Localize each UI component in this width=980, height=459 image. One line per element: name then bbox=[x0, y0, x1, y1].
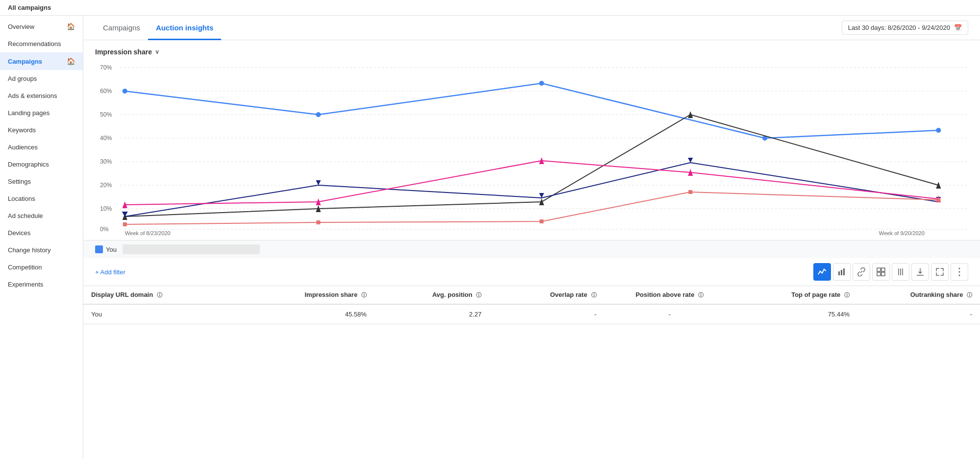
sidebar-item-label-experiments: Experiments bbox=[8, 281, 75, 288]
help-icon-position-above-rate[interactable]: ⓘ bbox=[698, 292, 704, 298]
chevron-down-icon: ∨ bbox=[155, 48, 159, 55]
sidebar-item-experiments[interactable]: Experiments bbox=[0, 276, 83, 293]
sidebar-item-devices[interactable]: Devices bbox=[0, 224, 83, 242]
sidebar-item-label-demographics: Demographics bbox=[8, 161, 75, 168]
cell-avg-position: 2.27 bbox=[375, 304, 489, 324]
main-content: CampaignsAuction insights Last 30 days: … bbox=[83, 16, 980, 459]
link-icon bbox=[857, 267, 866, 276]
impression-share-dropdown[interactable]: Impression share ∨ bbox=[95, 48, 968, 56]
sidebar-item-label-locations: Locations bbox=[8, 195, 75, 202]
expand-icon bbox=[877, 267, 885, 276]
data-table: Display URL domain ⓘ Impression share ⓘ … bbox=[83, 286, 980, 324]
svg-rect-38 bbox=[123, 222, 127, 226]
fullscreen-button[interactable] bbox=[931, 263, 949, 281]
svg-rect-51 bbox=[877, 272, 880, 276]
legend-item-you: You bbox=[95, 245, 117, 253]
download-icon bbox=[916, 267, 925, 276]
svg-rect-50 bbox=[881, 268, 885, 271]
col-header-avg-position: Avg. position ⓘ bbox=[375, 286, 489, 304]
col-header-overlap-rate: Overlap rate ⓘ bbox=[489, 286, 604, 304]
sidebar-item-settings[interactable]: Settings bbox=[0, 173, 83, 190]
sidebar-item-locations[interactable]: Locations bbox=[0, 190, 83, 207]
link-button[interactable] bbox=[853, 263, 870, 281]
svg-rect-40 bbox=[540, 219, 544, 223]
svg-text:Week of 9/20/2020: Week of 9/20/2020 bbox=[879, 230, 925, 236]
help-icon-overlap-rate[interactable]: ⓘ bbox=[591, 292, 597, 298]
sidebar: Overview🏠RecommendationsCampaigns🏠Ad gro… bbox=[0, 16, 83, 459]
legend-row: You bbox=[83, 240, 980, 258]
sidebar-item-overview[interactable]: Overview🏠 bbox=[0, 18, 83, 35]
sidebar-item-keywords[interactable]: Keywords bbox=[0, 121, 83, 139]
add-filter-label: + Add filter bbox=[95, 268, 126, 276]
add-filter-button[interactable]: + Add filter bbox=[95, 268, 126, 276]
more-options-button[interactable] bbox=[951, 263, 968, 281]
sidebar-item-change-history[interactable]: Change history bbox=[0, 242, 83, 259]
chart-svg: 70% 60% 50% 40% 30% 20% 10% 0% bbox=[95, 60, 968, 236]
help-icon-outranking-share[interactable]: ⓘ bbox=[967, 292, 972, 298]
bar-chart-button[interactable] bbox=[833, 263, 851, 281]
sidebar-item-label-change-history: Change history bbox=[8, 246, 75, 254]
help-icon-avg-position[interactable]: ⓘ bbox=[476, 292, 481, 298]
cell-position-above-rate: - bbox=[604, 304, 735, 324]
svg-rect-39 bbox=[316, 220, 320, 224]
col-header-impression-share: Impression share ⓘ bbox=[252, 286, 375, 304]
sidebar-item-label-overview: Overview bbox=[8, 23, 64, 30]
sidebar-item-label-recommendations: Recommendations bbox=[8, 40, 75, 48]
svg-rect-48 bbox=[843, 268, 845, 275]
col-header-outranking-share: Outranking share ⓘ bbox=[857, 286, 980, 304]
sidebar-home-icon-overview: 🏠 bbox=[67, 23, 75, 30]
sidebar-item-label-ads-extensions: Ads & extensions bbox=[8, 92, 75, 99]
sidebar-item-ad-groups[interactable]: Ad groups bbox=[0, 70, 83, 87]
line-chart-icon bbox=[818, 267, 827, 276]
date-range-label: Last 30 days: 8/26/2020 - 9/24/2020 bbox=[848, 24, 950, 31]
tab-auction-insights[interactable]: Auction insights bbox=[148, 16, 222, 40]
sidebar-item-label-audiences: Audiences bbox=[8, 144, 75, 151]
svg-point-20 bbox=[539, 81, 544, 86]
toolbar-right bbox=[813, 263, 968, 281]
chart-wrapper: 70% 60% 50% 40% 30% 20% 10% 0% bbox=[95, 60, 968, 236]
calendar-icon: 📅 bbox=[954, 24, 962, 31]
svg-marker-29 bbox=[316, 180, 321, 185]
columns-button[interactable] bbox=[892, 263, 909, 281]
sidebar-item-ad-schedule[interactable]: Ad schedule bbox=[0, 207, 83, 224]
sidebar-item-label-settings: Settings bbox=[8, 178, 75, 185]
sidebar-home-icon-campaigns: 🏠 bbox=[67, 57, 75, 65]
svg-text:0%: 0% bbox=[100, 226, 109, 233]
sidebar-item-campaigns[interactable]: Campaigns🏠 bbox=[0, 52, 83, 70]
legend-text-placeholder bbox=[123, 244, 260, 254]
svg-rect-42 bbox=[936, 198, 940, 202]
all-campaigns-title: All campaigns bbox=[8, 4, 51, 11]
help-icon-display-url[interactable]: ⓘ bbox=[157, 292, 162, 298]
svg-rect-52 bbox=[881, 272, 885, 276]
download-button[interactable] bbox=[911, 263, 929, 281]
svg-text:40%: 40% bbox=[100, 135, 112, 142]
sidebar-item-label-campaigns: Campaigns bbox=[8, 58, 64, 65]
tab-campaigns[interactable]: Campaigns bbox=[95, 16, 148, 40]
svg-text:20%: 20% bbox=[100, 182, 112, 189]
svg-text:10%: 10% bbox=[100, 205, 112, 212]
svg-point-57 bbox=[959, 268, 960, 269]
sidebar-item-label-ad-groups: Ad groups bbox=[8, 75, 75, 82]
svg-rect-47 bbox=[841, 270, 842, 275]
sidebar-item-demographics[interactable]: Demographics bbox=[0, 156, 83, 173]
sidebar-item-label-competition: Competition bbox=[8, 264, 75, 271]
cell-top-of-page-rate: 75.44% bbox=[735, 304, 857, 324]
legend-label-you: You bbox=[106, 246, 117, 253]
sidebar-item-landing-pages[interactable]: Landing pages bbox=[0, 104, 83, 121]
date-picker[interactable]: Last 30 days: 8/26/2020 - 9/24/2020 📅 bbox=[842, 21, 968, 35]
line-chart-button[interactable] bbox=[813, 263, 831, 281]
sidebar-item-label-ad-schedule: Ad schedule bbox=[8, 212, 75, 219]
svg-point-22 bbox=[936, 128, 941, 133]
col-header-top-of-page-rate: Top of page rate ⓘ bbox=[735, 286, 857, 304]
sidebar-item-competition[interactable]: Competition bbox=[0, 259, 83, 276]
cell-display-url: You bbox=[83, 304, 252, 324]
expand-button[interactable] bbox=[872, 263, 890, 281]
help-icon-top-of-page-rate[interactable]: ⓘ bbox=[844, 292, 850, 298]
help-icon-impression-share[interactable]: ⓘ bbox=[361, 292, 367, 298]
sidebar-item-ads-extensions[interactable]: Ads & extensions bbox=[0, 87, 83, 104]
cell-overlap-rate: - bbox=[489, 304, 604, 324]
legend-color-you bbox=[95, 245, 103, 253]
col-header-display-url: Display URL domain ⓘ bbox=[83, 286, 252, 304]
sidebar-item-recommendations[interactable]: Recommendations bbox=[0, 35, 83, 52]
sidebar-item-audiences[interactable]: Audiences bbox=[0, 139, 83, 156]
